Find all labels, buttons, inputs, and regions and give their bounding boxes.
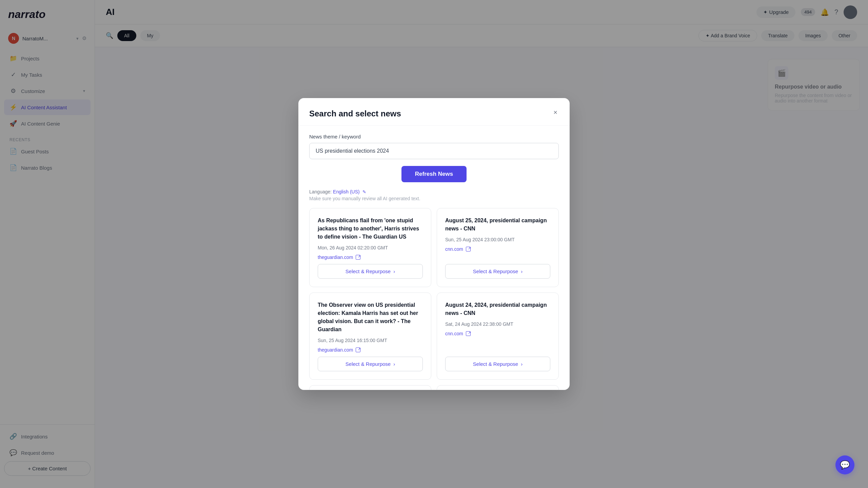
news-modal: Search and select news × News theme / ke…: [298, 98, 570, 390]
modal-close-button[interactable]: ×: [549, 106, 561, 118]
chevron-right-icon: ›: [521, 361, 522, 367]
refresh-news-button[interactable]: Refresh News: [401, 166, 467, 182]
news-card: Tracking 2024 presidential polls: Trump,…: [309, 385, 431, 390]
news-date: Sun, 25 Aug 2024 23:00:00 GMT: [445, 237, 550, 242]
news-card: As Republicans flail from 'one stupid ja…: [309, 208, 431, 287]
news-date: Sat, 24 Aug 2024 22:38:00 GMT: [445, 321, 550, 327]
modal-title: Search and select news: [309, 109, 559, 118]
news-title: The Observer view on US presidential ele…: [318, 301, 423, 334]
form-label: News theme / keyword: [309, 134, 559, 139]
news-card: August 24, 2024, presidential campaign n…: [437, 293, 559, 380]
external-link-icon: [466, 247, 471, 251]
external-link-icon: [466, 331, 471, 336]
news-card: The Observer view on US presidential ele…: [309, 293, 431, 380]
news-grid: As Republicans flail from 'one stupid ja…: [309, 208, 559, 390]
news-title: As Republicans flail from 'one stupid ja…: [318, 217, 423, 241]
disclaimer-text: Make sure you manually review all AI gen…: [309, 196, 559, 201]
news-title: August 24, 2024, presidential campaign n…: [445, 301, 550, 317]
modal-body: News theme / keyword Refresh News Langua…: [298, 126, 570, 390]
news-source-link[interactable]: cnn.com: [445, 331, 550, 336]
chat-bubble-button[interactable]: 💬: [835, 455, 854, 474]
select-repurpose-button[interactable]: Select & Repurpose ›: [318, 264, 423, 279]
select-repurpose-button[interactable]: Select & Repurpose ›: [318, 357, 423, 371]
external-link-icon: [356, 348, 360, 352]
news-date: Sun, 25 Aug 2024 16:15:00 GMT: [318, 338, 423, 343]
language-line: Language: English (US) ✎: [309, 189, 559, 194]
news-source-link[interactable]: theguardian.com: [318, 347, 423, 353]
news-date: Mon, 26 Aug 2024 02:20:00 GMT: [318, 245, 423, 250]
news-title: August 25, 2024, presidential campaign n…: [445, 217, 550, 233]
edit-icon[interactable]: ✎: [362, 189, 366, 194]
language-link[interactable]: English (US): [333, 189, 360, 194]
news-search-input[interactable]: [309, 143, 559, 159]
chevron-right-icon: ›: [521, 268, 522, 274]
chat-icon: 💬: [840, 460, 850, 470]
news-source-link[interactable]: cnn.com: [445, 246, 550, 252]
select-repurpose-button[interactable]: Select & Repurpose ›: [445, 264, 550, 279]
chevron-right-icon: ›: [393, 268, 395, 274]
news-source-link[interactable]: theguardian.com: [318, 255, 423, 260]
modal-overlay[interactable]: Search and select news × News theme / ke…: [0, 0, 868, 488]
news-card: Election 2024: RFK Jr. suspends his pres…: [437, 385, 559, 390]
chevron-right-icon: ›: [393, 361, 395, 367]
news-card: August 25, 2024, presidential campaign n…: [437, 208, 559, 287]
external-link-icon: [356, 255, 360, 260]
modal-header: Search and select news ×: [298, 98, 570, 126]
select-repurpose-button[interactable]: Select & Repurpose ›: [445, 357, 550, 371]
